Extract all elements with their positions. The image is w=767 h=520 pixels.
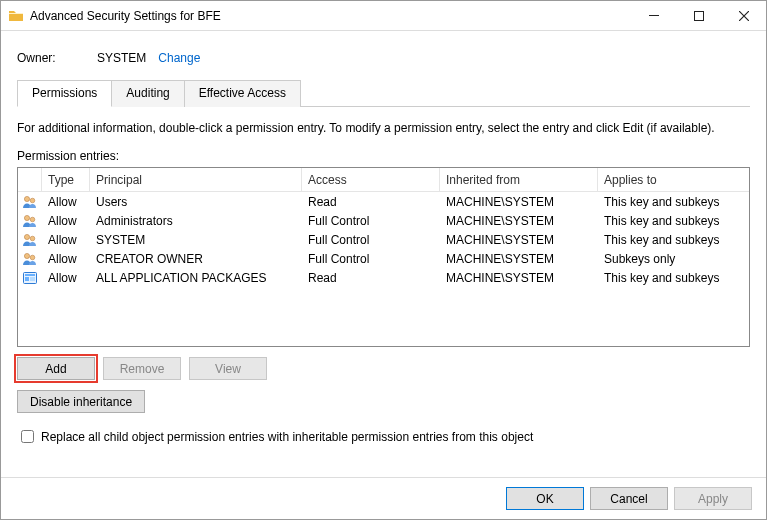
owner-value: SYSTEM [97, 51, 146, 65]
svg-point-8 [30, 255, 35, 260]
cell-principal: ALL APPLICATION PACKAGES [90, 271, 302, 285]
group-icon [22, 232, 38, 248]
table-row[interactable]: AllowCREATOR OWNERFull ControlMACHINE\SY… [18, 249, 749, 268]
cell-principal: CREATOR OWNER [90, 252, 302, 266]
remove-button: Remove [103, 357, 181, 380]
folder-icon [8, 8, 24, 24]
cell-access: Read [302, 195, 440, 209]
col-header-access[interactable]: Access [302, 168, 440, 191]
apply-button: Apply [674, 487, 752, 510]
col-header-applies[interactable]: Applies to [598, 168, 749, 191]
tab-panel: For additional information, double-click… [17, 106, 750, 477]
close-button[interactable] [721, 1, 766, 30]
svg-point-4 [30, 217, 35, 222]
cell-type: Allow [42, 252, 90, 266]
view-button: View [189, 357, 267, 380]
bottom-bar: OK Cancel Apply [1, 477, 766, 519]
ok-button[interactable]: OK [506, 487, 584, 510]
add-button[interactable]: Add [17, 357, 95, 380]
tab-effective-access[interactable]: Effective Access [184, 80, 301, 107]
cell-applies: Subkeys only [598, 252, 749, 266]
cell-principal: SYSTEM [90, 233, 302, 247]
content-area: Owner: SYSTEM Change Permissions Auditin… [1, 31, 766, 477]
cell-access: Full Control [302, 233, 440, 247]
group-icon [22, 194, 38, 210]
svg-point-1 [24, 196, 29, 201]
table-row[interactable]: AllowUsersReadMACHINE\SYSTEMThis key and… [18, 192, 749, 211]
owner-label: Owner: [17, 51, 97, 65]
entry-buttons: Add Remove View [17, 357, 750, 380]
minimize-button[interactable] [631, 1, 676, 30]
disable-inheritance-button[interactable]: Disable inheritance [17, 390, 145, 413]
grid-header: Type Principal Access Inherited from App… [18, 168, 749, 192]
cell-applies: This key and subkeys [598, 233, 749, 247]
table-row[interactable]: AllowALL APPLICATION PACKAGESReadMACHINE… [18, 268, 749, 287]
svg-rect-0 [694, 11, 703, 20]
col-header-principal[interactable]: Principal [90, 168, 302, 191]
tab-strip: Permissions Auditing Effective Access [17, 79, 750, 106]
col-header-type[interactable]: Type [42, 168, 90, 191]
svg-point-6 [30, 236, 35, 241]
owner-row: Owner: SYSTEM Change [17, 51, 750, 65]
cell-applies: This key and subkeys [598, 195, 749, 209]
tab-auditing[interactable]: Auditing [111, 80, 184, 107]
grid-body: AllowUsersReadMACHINE\SYSTEMThis key and… [18, 192, 749, 287]
replace-checkbox-label: Replace all child object permission entr… [41, 430, 533, 444]
cell-inherited: MACHINE\SYSTEM [440, 252, 598, 266]
cancel-button[interactable]: Cancel [590, 487, 668, 510]
svg-point-2 [30, 198, 35, 203]
cell-applies: This key and subkeys [598, 214, 749, 228]
cell-type: Allow [42, 195, 90, 209]
package-icon [22, 270, 38, 286]
replace-checkbox-row: Replace all child object permission entr… [17, 427, 750, 446]
cell-principal: Administrators [90, 214, 302, 228]
cell-applies: This key and subkeys [598, 271, 749, 285]
permissions-grid[interactable]: Type Principal Access Inherited from App… [17, 167, 750, 347]
window-title: Advanced Security Settings for BFE [30, 9, 631, 23]
cell-inherited: MACHINE\SYSTEM [440, 233, 598, 247]
col-header-inherited[interactable]: Inherited from [440, 168, 598, 191]
svg-point-7 [24, 253, 29, 258]
entries-label: Permission entries: [17, 149, 750, 163]
replace-checkbox[interactable] [21, 430, 34, 443]
cell-access: Full Control [302, 252, 440, 266]
cell-type: Allow [42, 214, 90, 228]
titlebar: Advanced Security Settings for BFE [1, 1, 766, 31]
cell-principal: Users [90, 195, 302, 209]
change-owner-link[interactable]: Change [158, 51, 200, 65]
cell-access: Read [302, 271, 440, 285]
svg-rect-11 [25, 277, 29, 281]
group-icon [22, 213, 38, 229]
maximize-button[interactable] [676, 1, 721, 30]
table-row[interactable]: AllowAdministratorsFull ControlMACHINE\S… [18, 211, 749, 230]
svg-rect-12 [30, 277, 35, 281]
cell-type: Allow [42, 271, 90, 285]
cell-inherited: MACHINE\SYSTEM [440, 214, 598, 228]
disable-inheritance-row: Disable inheritance [17, 390, 750, 413]
svg-point-5 [24, 234, 29, 239]
tab-permissions[interactable]: Permissions [17, 80, 112, 107]
cell-inherited: MACHINE\SYSTEM [440, 271, 598, 285]
table-row[interactable]: AllowSYSTEMFull ControlMACHINE\SYSTEMThi… [18, 230, 749, 249]
svg-rect-10 [25, 274, 35, 276]
group-icon [22, 251, 38, 267]
cell-type: Allow [42, 233, 90, 247]
svg-point-3 [24, 215, 29, 220]
instruction-text: For additional information, double-click… [17, 121, 750, 135]
cell-access: Full Control [302, 214, 440, 228]
cell-inherited: MACHINE\SYSTEM [440, 195, 598, 209]
